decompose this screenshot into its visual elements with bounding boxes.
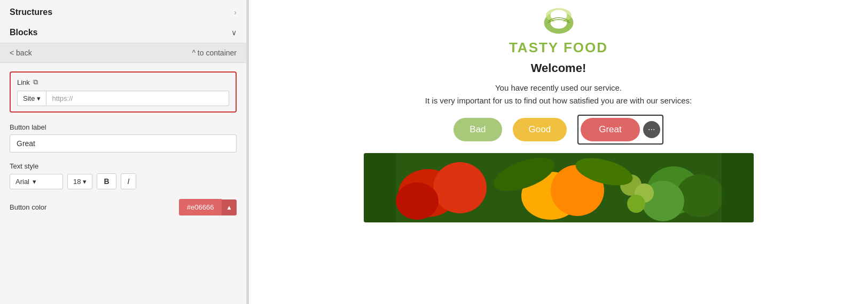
text-style-label: Text style (10, 162, 237, 170)
svg-point-8 (396, 182, 439, 220)
color-swatch-container: #e06666 ▲ (179, 199, 237, 215)
site-dropdown-label: Site (23, 94, 35, 102)
blocks-chevron-icon[interactable]: ∨ (231, 28, 237, 37)
link-input-row: Site ▾ (17, 91, 229, 106)
food-image (364, 153, 754, 222)
svg-point-7 (433, 162, 487, 213)
link-label-row: Link ⧉ (17, 78, 229, 86)
nav-row: < back ^ to container (0, 43, 246, 63)
welcome-title: Welcome! (425, 61, 692, 75)
font-chevron-icon: ▾ (33, 178, 36, 186)
color-hex-button[interactable]: #e06666 (179, 199, 222, 215)
size-dropdown[interactable]: 18 ▾ (67, 174, 92, 189)
logo-text: TASTY FOOD (509, 39, 608, 56)
welcome-text-line1: You have recently used our service. (495, 83, 622, 92)
great-button-wrapper: Great ··· (577, 115, 663, 145)
font-dropdown[interactable]: Arial ▾ (10, 174, 63, 189)
structures-chevron-icon[interactable]: › (234, 8, 237, 17)
size-chevron-icon: ▾ (83, 178, 87, 186)
to-container-button[interactable]: ^ to container (192, 49, 237, 57)
logo-donut-icon (540, 5, 577, 37)
button-label-label: Button label (10, 123, 237, 131)
food-image-container (364, 153, 754, 222)
structures-title: Structures (10, 7, 52, 17)
bad-button[interactable]: Bad (453, 118, 502, 141)
url-input[interactable] (46, 91, 229, 106)
bold-button[interactable]: B (97, 173, 116, 189)
welcome-section: Welcome! You have recently used our serv… (425, 61, 692, 107)
svg-point-4 (553, 15, 564, 23)
size-value: 18 (73, 178, 81, 186)
button-label-input[interactable] (10, 134, 237, 153)
text-style-row: Arial ▾ 18 ▾ B I (10, 173, 237, 189)
font-value: Arial (15, 178, 29, 186)
color-picker-arrow-button[interactable]: ▲ (222, 199, 237, 215)
site-dropdown-chevron-icon: ▾ (37, 94, 41, 102)
svg-rect-19 (364, 153, 396, 222)
structures-row: Structures › (0, 0, 246, 22)
welcome-text-line2: It is very important for us to find out … (425, 96, 692, 105)
button-color-section: Button color #e06666 ▲ (10, 199, 237, 215)
left-panel: Structures › Blocks ∨ < back ^ to contai… (0, 0, 247, 304)
buttons-row: Bad Good Great ··· (453, 115, 663, 145)
button-label-section: Button label (10, 123, 237, 153)
right-panel: TASTY FOOD Welcome! You have recently us… (249, 0, 868, 304)
back-button[interactable]: < back (10, 49, 32, 57)
blocks-title: Blocks (10, 28, 37, 37)
copy-link-icon[interactable]: ⧉ (33, 78, 38, 86)
good-button[interactable]: Good (513, 118, 567, 141)
italic-button[interactable]: I (121, 173, 137, 189)
logo-container: TASTY FOOD (509, 5, 608, 56)
button-color-label: Button color (10, 203, 46, 211)
link-label: Link (17, 78, 30, 86)
blocks-row: Blocks ∨ (0, 22, 246, 43)
link-section: Link ⧉ Site ▾ (10, 71, 237, 113)
welcome-text: You have recently used our service. It i… (425, 82, 692, 107)
svg-rect-20 (722, 153, 754, 222)
site-dropdown[interactable]: Site ▾ (17, 91, 46, 106)
text-style-section: Text style Arial ▾ 18 ▾ B I (10, 162, 237, 189)
panel-content: Link ⧉ Site ▾ Button label Text style Ar… (0, 63, 246, 304)
more-options-button[interactable]: ··· (643, 121, 660, 138)
preview-content: TASTY FOOD Welcome! You have recently us… (249, 0, 868, 222)
great-button[interactable]: Great (581, 118, 640, 141)
svg-point-16 (627, 195, 645, 213)
